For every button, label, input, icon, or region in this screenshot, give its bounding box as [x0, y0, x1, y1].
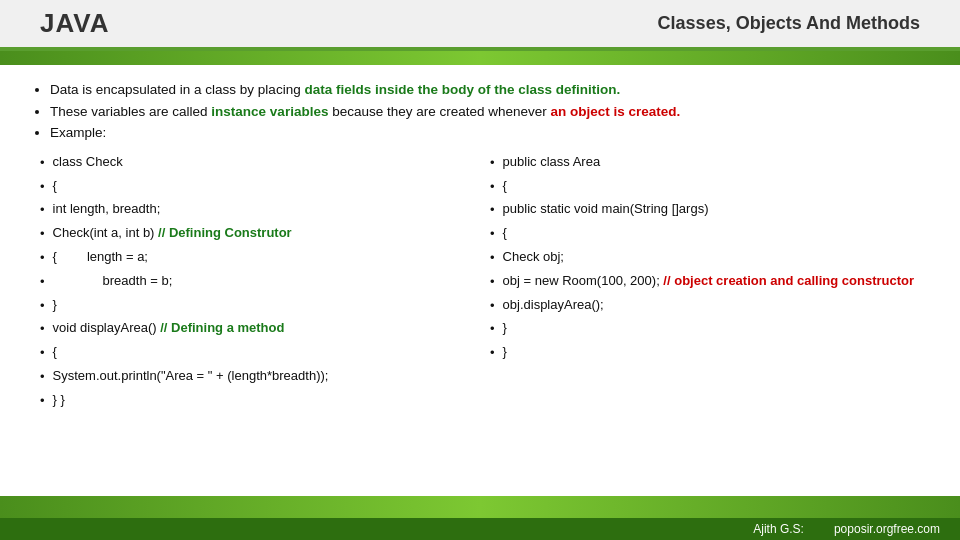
bullet: •: [40, 153, 45, 174]
slide: JAVA Classes, Objects And Methods Data i…: [0, 0, 960, 540]
intro-line2-mid: because they are created whenever: [328, 104, 550, 119]
bullet: •: [40, 296, 45, 317]
bullet: •: [490, 153, 495, 174]
bullet: •: [40, 224, 45, 245]
code-left-item-6: • breadth = b;: [40, 271, 470, 293]
code-text: {length = a;: [53, 247, 148, 268]
header-title: JAVA: [40, 8, 110, 39]
intro-line1-plain: Data is encapsulated in a class by placi…: [50, 82, 304, 97]
footer: Ajith G.S: poposir.orgfree.com: [0, 518, 960, 540]
grass-top-strip: [0, 51, 960, 65]
intro-line2: These variables are called instance vari…: [50, 101, 930, 123]
code-text: int length, breadth;: [53, 199, 161, 220]
bullet: •: [40, 200, 45, 221]
bullet: •: [40, 391, 45, 412]
bullet: •: [40, 272, 45, 293]
code-text: void displayArea() // Defining a method: [53, 318, 285, 339]
header-subtitle: Classes, Objects And Methods: [658, 13, 920, 34]
bullet: •: [40, 319, 45, 340]
footer-website: poposir.orgfree.com: [834, 522, 940, 536]
code-left-item-2: • {: [40, 176, 470, 198]
code-text: class Check: [53, 152, 123, 173]
code-right-item-9: • }: [490, 342, 920, 364]
code-left-item-3: • int length, breadth;: [40, 199, 470, 221]
bullet: •: [490, 177, 495, 198]
code-text: Check(int a, int b) // Defining Construt…: [53, 223, 292, 244]
intro-example: Example:: [50, 125, 106, 140]
bullet: •: [40, 343, 45, 364]
code-right-item-5: • Check obj;: [490, 247, 920, 269]
code-left-item-7: • }: [40, 295, 470, 317]
code-text: {: [53, 176, 57, 197]
intro-line2-plain: These variables are called: [50, 104, 211, 119]
header: JAVA Classes, Objects And Methods: [0, 0, 960, 51]
code-right-item-1: • public class Area: [490, 152, 920, 174]
content-area: Data is encapsulated in a class by placi…: [0, 65, 960, 496]
code-right-item-6: • obj = new Room(100, 200); // object cr…: [490, 271, 920, 293]
intro-bullets: Data is encapsulated in a class by placi…: [30, 79, 930, 144]
bullet: •: [490, 296, 495, 317]
intro-line2-highlight2: an object is created.: [551, 104, 681, 119]
code-text: {: [53, 342, 57, 363]
code-left-item-10: • System.out.println("Area = " + (length…: [40, 366, 470, 388]
code-text: {: [503, 223, 507, 244]
code-right-item-2: • {: [490, 176, 920, 198]
code-text: } }: [53, 390, 65, 411]
bullet: •: [40, 177, 45, 198]
code-left-item-9: • {: [40, 342, 470, 364]
code-text: System.out.println("Area = " + (length*b…: [53, 366, 329, 387]
intro-line1: Data is encapsulated in a class by placi…: [50, 79, 930, 101]
intro-line1-highlight: data fields inside the body of the class…: [304, 82, 620, 97]
code-text: {: [503, 176, 507, 197]
code-text: }: [503, 342, 507, 363]
code-right-item-8: • }: [490, 318, 920, 340]
code-left-item-4: • Check(int a, int b) // Defining Constr…: [40, 223, 470, 245]
bullet: •: [40, 248, 45, 269]
code-right-item-3: • public static void main(String []args): [490, 199, 920, 221]
grass-bottom-strip: [0, 496, 960, 518]
code-text: }: [53, 295, 57, 316]
footer-author: Ajith G.S:: [753, 522, 804, 536]
code-left-item-1: • class Check: [40, 152, 470, 174]
code-left-item-11: • } }: [40, 390, 470, 412]
bullet: •: [490, 248, 495, 269]
code-right-item-4: • {: [490, 223, 920, 245]
code-left-item-8: • void displayArea() // Defining a metho…: [40, 318, 470, 340]
code-text: obj = new Room(100, 200); // object crea…: [503, 271, 914, 292]
code-text: breadth = b;: [53, 271, 173, 292]
bullet: •: [490, 319, 495, 340]
code-text: }: [503, 318, 507, 339]
intro-line2-highlight1: instance variables: [211, 104, 328, 119]
bullet: •: [490, 200, 495, 221]
code-left: • class Check • { • int length, breadth;…: [30, 152, 480, 486]
bullet: •: [490, 224, 495, 245]
code-section: • class Check • { • int length, breadth;…: [30, 152, 930, 486]
code-right: • public class Area • { • public static …: [480, 152, 930, 486]
code-text: obj.displayArea();: [503, 295, 604, 316]
intro-line3: Example:: [50, 122, 930, 144]
code-right-item-7: • obj.displayArea();: [490, 295, 920, 317]
bullet: •: [40, 367, 45, 388]
code-text: public class Area: [503, 152, 601, 173]
code-text: public static void main(String []args): [503, 199, 709, 220]
bullet: •: [490, 343, 495, 364]
code-left-item-5: • {length = a;: [40, 247, 470, 269]
bullet: •: [490, 272, 495, 293]
code-text: Check obj;: [503, 247, 564, 268]
